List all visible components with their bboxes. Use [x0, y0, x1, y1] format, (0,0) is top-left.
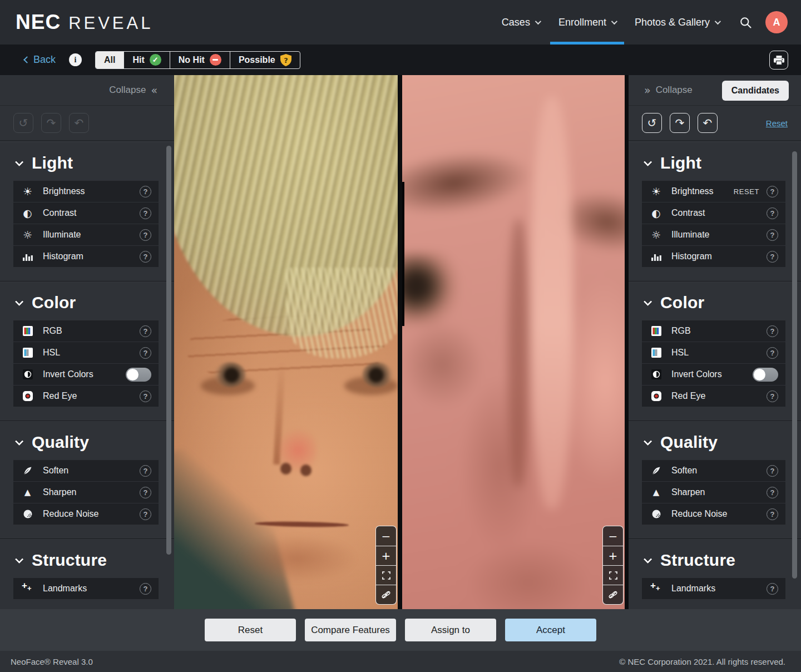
section-light-header[interactable]: Light: [0, 142, 174, 181]
help-icon[interactable]: ?: [767, 347, 778, 359]
section-structure-header[interactable]: Structure: [0, 539, 174, 578]
adjust-row-reduce-noise[interactable]: Reduce Noise ?: [642, 503, 785, 525]
help-icon[interactable]: ?: [140, 487, 151, 498]
help-icon[interactable]: ?: [140, 186, 151, 197]
help-icon[interactable]: ?: [140, 391, 151, 402]
zoom-out-icon[interactable]: −: [376, 526, 396, 546]
adjust-row-landmarks[interactable]: ++ Landmarks ?: [13, 578, 159, 599]
adjust-row-hsl[interactable]: HSL ?: [13, 342, 159, 363]
adjust-row-contrast[interactable]: ◐ Contrast ?: [13, 202, 159, 224]
left-panel-scrollbar[interactable]: [166, 146, 171, 555]
nav-photos-gallery[interactable]: Photos & Gallery: [625, 0, 729, 45]
section-color-header[interactable]: Color: [629, 281, 801, 320]
help-icon[interactable]: ?: [767, 508, 778, 520]
invert-colors-toggle[interactable]: [126, 368, 151, 382]
adjust-row-invert-colors[interactable]: Invert Colors: [642, 364, 785, 385]
compare-features-button[interactable]: Compare Features: [305, 619, 396, 641]
zoom-out-icon[interactable]: −: [603, 526, 623, 546]
adjust-row-reduce-noise[interactable]: Reduce Noise ?: [13, 503, 159, 525]
fullscreen-icon[interactable]: [376, 565, 396, 585]
adjust-row-histogram[interactable]: Histogram ?: [13, 246, 159, 267]
candidate-photo[interactable]: − +: [402, 75, 625, 609]
fullscreen-icon[interactable]: [603, 565, 623, 585]
adjust-row-sharpen[interactable]: ▲ Sharpen ?: [13, 482, 159, 503]
redo-icon[interactable]: ↷: [41, 113, 61, 133]
section-quality-header[interactable]: Quality: [0, 421, 174, 460]
adjust-row-illuminate[interactable]: ☼ Illuminate ?: [13, 224, 159, 245]
accept-button[interactable]: Accept: [505, 619, 596, 641]
help-icon[interactable]: ?: [140, 325, 151, 337]
back-button[interactable]: Back: [24, 54, 56, 66]
adjust-row-red-eye[interactable]: Red Eye ?: [642, 386, 785, 407]
help-icon[interactable]: ?: [767, 583, 778, 595]
invert-colors-toggle[interactable]: [753, 368, 778, 382]
user-avatar[interactable]: A: [765, 11, 788, 33]
section-light-header[interactable]: Light: [629, 142, 801, 181]
adjust-row-invert-colors[interactable]: Invert Colors: [13, 364, 159, 385]
history-icon[interactable]: ↺: [642, 113, 662, 133]
section-color-header[interactable]: Color: [0, 281, 174, 320]
help-icon[interactable]: ?: [140, 251, 151, 263]
section-quality-header[interactable]: Quality: [629, 421, 801, 460]
adjust-row-red-eye[interactable]: Red Eye ?: [13, 386, 159, 407]
help-icon[interactable]: ?: [767, 229, 778, 241]
adjust-row-rgb[interactable]: RGB ?: [642, 320, 785, 342]
adjust-row-brightness[interactable]: ☀ Brightness ?: [13, 181, 159, 202]
assign-to-button[interactable]: Assign to: [405, 619, 496, 641]
help-icon[interactable]: ?: [140, 347, 151, 359]
undo-icon[interactable]: ↶: [698, 113, 718, 133]
history-icon[interactable]: ↺: [13, 113, 33, 133]
help-icon[interactable]: ?: [767, 251, 778, 263]
brightness-reset-button[interactable]: RESET: [734, 187, 759, 196]
tab-possible[interactable]: Possible ?: [230, 52, 300, 68]
unlink-icon[interactable]: [603, 585, 623, 604]
tab-hit[interactable]: Hit ✓: [123, 52, 169, 68]
chevron-down-icon: [15, 555, 24, 564]
print-icon[interactable]: [769, 51, 788, 70]
section-quality: Quality Soften ? ▲ Sharpen: [629, 421, 801, 539]
reduce-noise-icon: [649, 509, 664, 519]
help-icon[interactable]: ?: [767, 207, 778, 219]
probe-photo[interactable]: − +: [174, 75, 398, 609]
info-icon[interactable]: i: [69, 53, 82, 66]
collapse-right-panel-button[interactable]: » Collapse: [644, 84, 693, 96]
adjust-row-histogram[interactable]: Histogram ?: [642, 246, 785, 267]
adjust-row-soften[interactable]: Soften ?: [642, 460, 785, 481]
zoom-in-icon[interactable]: +: [603, 546, 623, 565]
adjust-row-illuminate[interactable]: ☼ Illuminate ?: [642, 224, 785, 245]
undo-icon[interactable]: ↶: [69, 113, 89, 133]
brightness-icon: ☀: [649, 185, 664, 197]
collapse-left-panel-button[interactable]: Collapse «: [109, 84, 157, 96]
help-icon[interactable]: ?: [140, 465, 151, 477]
candidate-adjustments-panel: » Collapse Candidates ↺ ↷ ↶ Reset Light …: [629, 75, 801, 609]
help-icon[interactable]: ?: [767, 391, 778, 402]
reset-button[interactable]: Reset: [205, 619, 296, 641]
adjust-row-contrast[interactable]: ◐ Contrast ?: [642, 202, 785, 224]
unlink-icon[interactable]: [376, 585, 396, 604]
help-icon[interactable]: ?: [140, 508, 151, 520]
zoom-in-icon[interactable]: +: [376, 546, 396, 565]
help-icon[interactable]: ?: [140, 229, 151, 241]
tab-all[interactable]: All: [96, 52, 123, 68]
help-icon[interactable]: ?: [767, 465, 778, 477]
search-icon[interactable]: [734, 11, 756, 33]
nav-enrollment[interactable]: Enrollment: [549, 0, 625, 45]
help-icon[interactable]: ?: [767, 487, 778, 498]
nav-cases[interactable]: Cases: [492, 0, 549, 45]
adjust-row-sharpen[interactable]: ▲ Sharpen ?: [642, 482, 785, 503]
adjust-row-rgb[interactable]: RGB ?: [13, 320, 159, 342]
reset-adjustments-link[interactable]: Reset: [766, 118, 788, 128]
right-panel-scrollbar[interactable]: [792, 151, 797, 579]
adjust-row-brightness[interactable]: ☀ Brightness RESET ?: [642, 181, 785, 202]
section-structure-header[interactable]: Structure: [629, 539, 801, 578]
help-icon[interactable]: ?: [140, 583, 151, 595]
tab-no-hit[interactable]: No Hit: [170, 52, 230, 68]
adjust-row-soften[interactable]: Soften ?: [13, 460, 159, 481]
candidates-button[interactable]: Candidates: [722, 81, 789, 101]
adjust-row-landmarks[interactable]: ++ Landmarks ?: [642, 578, 785, 599]
help-icon[interactable]: ?: [767, 325, 778, 337]
redo-icon[interactable]: ↷: [670, 113, 690, 133]
help-icon[interactable]: ?: [140, 207, 151, 219]
adjust-row-hsl[interactable]: HSL ?: [642, 342, 785, 363]
help-icon[interactable]: ?: [767, 186, 778, 197]
